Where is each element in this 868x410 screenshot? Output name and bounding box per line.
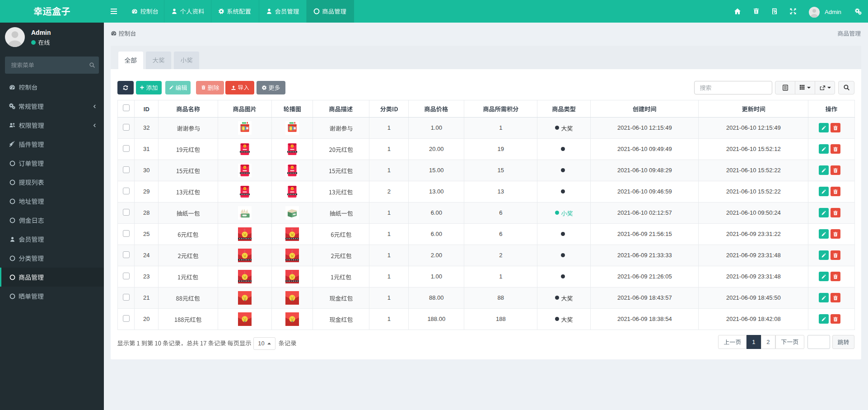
svg-text:2: 2 xyxy=(291,250,293,253)
svg-text:6: 6 xyxy=(244,228,246,231)
svg-text:6: 6 xyxy=(291,228,293,231)
svg-text:2: 2 xyxy=(244,250,246,253)
svg-text:1: 1 xyxy=(244,271,246,274)
svg-text:1: 1 xyxy=(291,271,293,274)
